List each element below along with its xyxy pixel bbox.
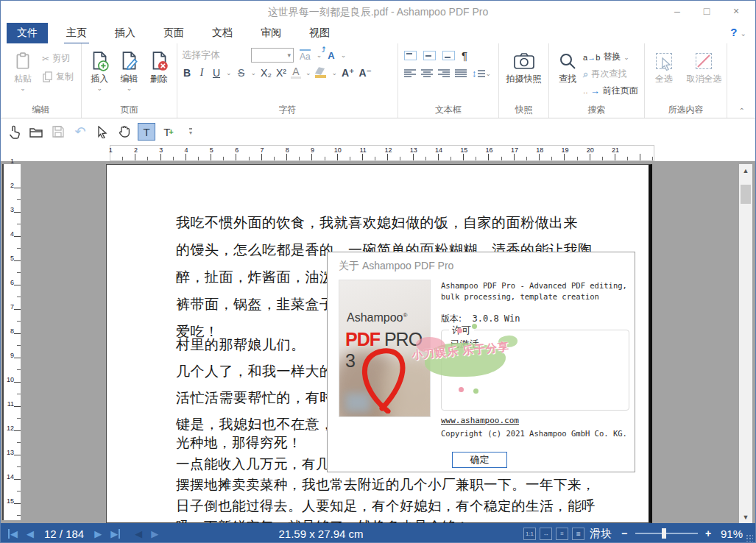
align-text-top-button[interactable] bbox=[404, 51, 417, 60]
text-tool-button[interactable]: T bbox=[138, 123, 155, 141]
search-again-icon: ⌕ bbox=[583, 68, 588, 80]
clipboard-icon bbox=[13, 49, 32, 73]
zoom-100-button[interactable]: 1:1 bbox=[523, 528, 536, 540]
fit-width-button[interactable]: ↔ bbox=[540, 528, 552, 540]
ashampoo-logo: Ashampoo® PDF PRO 3 bbox=[339, 280, 431, 417]
close-button[interactable]: × bbox=[721, 1, 751, 21]
ruler-number: 15 bbox=[7, 497, 14, 522]
superscript-button[interactable]: X² bbox=[276, 67, 286, 79]
document-area[interactable]: 我吃不惯外面的饮食，我就喜欢媳妇做的饭，自家的面粉做出来的馒头，怎么吃都是香的，… bbox=[1, 161, 755, 523]
paragraph-marks-button[interactable]: ¶ bbox=[462, 49, 467, 62]
collapse-ribbon-button[interactable]: ⌃ bbox=[739, 107, 745, 115]
scrollbar-thumb[interactable] bbox=[741, 185, 751, 204]
undo-button[interactable]: ↶ bbox=[71, 123, 89, 141]
first-page-button[interactable]: ◀ bbox=[8, 529, 18, 539]
deselect-all-button[interactable]: 取消全选 bbox=[685, 46, 724, 103]
last-page-button[interactable]: ▶ bbox=[110, 529, 120, 539]
font-size-combobox[interactable]: ▾ bbox=[251, 48, 294, 63]
pdf-pro-swirl-icon bbox=[345, 344, 423, 414]
zoom-slider-thumb[interactable] bbox=[662, 528, 666, 539]
font-color-button[interactable]: A bbox=[291, 67, 301, 79]
tab-view[interactable]: 视图 bbox=[300, 24, 339, 43]
cut-button[interactable]: ✂ 剪切 bbox=[42, 52, 74, 65]
grow-font-button[interactable]: A⁺ bbox=[342, 67, 355, 79]
shrink-font-button[interactable]: A⁻ bbox=[358, 67, 372, 79]
align-text-bottom-button[interactable] bbox=[442, 51, 455, 60]
add-text-tool-button[interactable]: T+ bbox=[160, 123, 177, 141]
scroll-up-icon[interactable]: ▲ bbox=[739, 164, 752, 177]
highlight-button[interactable] bbox=[315, 68, 327, 78]
text-direction-icon[interactable]: A bbox=[328, 50, 334, 61]
page-indicator[interactable]: 12 / 184 bbox=[44, 528, 84, 540]
ruler-number: 19 bbox=[552, 146, 577, 154]
text-line[interactable]: 吸一下新鲜空气，就足够了，钱挣多少是个够！ bbox=[176, 517, 603, 523]
align-left-button[interactable] bbox=[404, 69, 416, 78]
take-snapshot-button[interactable]: 拍摄快照 bbox=[502, 46, 545, 103]
touch-mode-button[interactable] bbox=[5, 123, 23, 141]
align-text-middle-button[interactable] bbox=[423, 51, 436, 60]
horizontal-ruler: 123456789101112131415161718192021 bbox=[110, 145, 654, 161]
select-tool-button[interactable] bbox=[93, 123, 111, 141]
zoom-percentage[interactable]: 91% bbox=[721, 528, 743, 540]
group-label-edit: 编辑 bbox=[1, 103, 81, 118]
history-back-button[interactable]: ◀ bbox=[135, 529, 142, 539]
select-all-button[interactable]: 全选 bbox=[648, 46, 680, 103]
replace-button[interactable]: a→b 替换 ⌄ bbox=[583, 51, 638, 63]
tab-insert[interactable]: 插入 bbox=[105, 24, 145, 43]
dialog-title: 关于 Ashampoo PDF Pro bbox=[339, 260, 453, 273]
tab-home[interactable]: 主页 bbox=[57, 24, 96, 43]
goto-page-button[interactable]: ‥→ 前往页面 bbox=[583, 85, 638, 97]
scroll-down-icon[interactable]: ▼ bbox=[739, 511, 752, 523]
bold-button[interactable]: B bbox=[182, 67, 192, 79]
minimize-button[interactable]: – bbox=[663, 1, 692, 21]
copy-button[interactable]: 复制 bbox=[42, 71, 74, 83]
maximize-button[interactable]: □ bbox=[692, 1, 721, 21]
find-button[interactable]: 查找 bbox=[552, 46, 583, 103]
delete-page-button[interactable]: 删除 bbox=[144, 46, 174, 103]
zoom-out-button[interactable]: − bbox=[621, 528, 627, 539]
open-file-button[interactable] bbox=[27, 123, 45, 141]
website-link[interactable]: www.ashampoo.com bbox=[441, 416, 519, 425]
italic-button[interactable]: I bbox=[197, 67, 207, 79]
previous-page-button[interactable]: ◀ bbox=[27, 529, 34, 539]
underline-button[interactable]: U bbox=[211, 67, 222, 79]
find-again-button[interactable]: ⌕ 再次查找 bbox=[583, 68, 638, 80]
ruler-number: 11 bbox=[350, 146, 375, 154]
help-button[interactable]: ? ⌄ bbox=[730, 26, 746, 38]
ok-button[interactable]: 确定 bbox=[452, 452, 507, 468]
text-line[interactable]: 我吃不惯外面的饮食，我就喜欢媳妇做的饭，自家的面粉做出来 bbox=[176, 209, 603, 236]
subscript-button[interactable]: X₂ bbox=[261, 67, 272, 79]
save-button[interactable] bbox=[49, 123, 67, 141]
text-line[interactable]: 摆摆地摊卖卖菜种，我也常去附近的几个小厂兼职一下。一年下来， bbox=[176, 475, 603, 496]
align-right-button[interactable] bbox=[438, 69, 450, 78]
text-line[interactable]: 日子倒也能过得去。人要知足，有个好媳妇，有个稳定的生活，能呼 bbox=[176, 496, 603, 517]
chevron-down-icon: ⌄ bbox=[331, 69, 337, 77]
justify-button[interactable] bbox=[455, 69, 467, 78]
pan-tool-button[interactable] bbox=[116, 123, 133, 141]
line-spacing-button[interactable]: ↕⌄ bbox=[472, 68, 491, 79]
zoom-slider[interactable] bbox=[635, 533, 698, 534]
tab-page[interactable]: 页面 bbox=[154, 24, 194, 43]
more-tools-button[interactable]: ▾ bbox=[182, 123, 199, 141]
page-insert-icon bbox=[88, 49, 110, 73]
two-page-view-button[interactable]: ≣ bbox=[572, 528, 584, 540]
character-spacing-icon[interactable]: Aa bbox=[300, 49, 311, 62]
tab-review[interactable]: 审阅 bbox=[251, 24, 291, 43]
chevron-down-icon: ⌄ bbox=[251, 69, 257, 77]
zoom-in-button[interactable]: + bbox=[705, 528, 711, 539]
paste-button[interactable]: 粘贴 ⌄ bbox=[4, 46, 42, 103]
tab-document[interactable]: 文档 bbox=[202, 24, 242, 43]
vertical-scrollbar[interactable]: ▲ ▼ bbox=[739, 164, 752, 523]
ribbon-group-edit: 粘贴 ⌄ ✂ 剪切 复制 编辑 bbox=[1, 43, 82, 118]
ruler-number: 8 bbox=[275, 146, 300, 154]
ruler-number: 12 bbox=[7, 425, 14, 449]
insert-page-button[interactable]: 插入 ⌄ bbox=[85, 46, 114, 103]
tab-file[interactable]: 文件 bbox=[7, 23, 48, 43]
align-center-button[interactable] bbox=[421, 69, 433, 78]
history-forward-button[interactable]: ▶ bbox=[151, 529, 158, 539]
fit-page-button[interactable]: ≡ bbox=[556, 528, 568, 540]
next-page-button[interactable]: ▶ bbox=[94, 529, 102, 539]
strikethrough-button[interactable]: S bbox=[236, 67, 247, 79]
resize-grip[interactable] bbox=[746, 534, 753, 542]
edit-page-button[interactable]: 编辑 ⌄ bbox=[114, 46, 144, 103]
